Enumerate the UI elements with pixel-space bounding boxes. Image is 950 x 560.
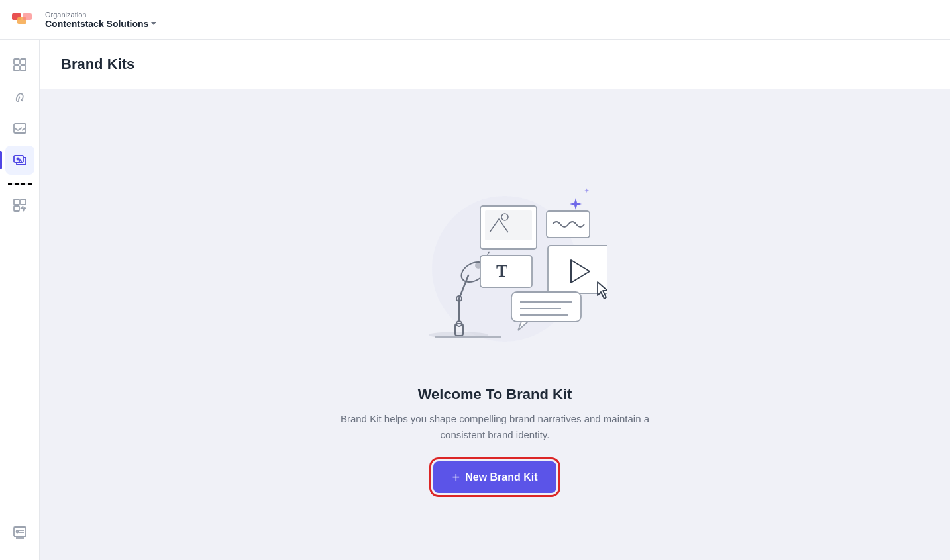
org-label: Organization — [45, 11, 156, 19]
new-brand-kit-label: New Brand Kit — [465, 471, 537, 483]
empty-state-description: Brand Kit helps you shape compelling bra… — [336, 411, 654, 443]
brand-kit-illustration: T — [382, 153, 607, 365]
sidebar-item-dashboard[interactable] — [5, 50, 34, 79]
logo — [11, 8, 34, 32]
svg-rect-41 — [511, 292, 581, 322]
topbar: Organization Contentstack Solutions — [0, 0, 950, 40]
svg-rect-6 — [21, 66, 26, 71]
svg-rect-11 — [14, 199, 19, 205]
sidebar — [0, 40, 40, 560]
svg-rect-33 — [485, 210, 532, 240]
svg-point-10 — [17, 158, 19, 160]
svg-rect-4 — [21, 59, 26, 64]
sidebar-item-settings[interactable] — [5, 518, 34, 547]
svg-point-16 — [16, 531, 18, 533]
sidebar-divider — [8, 183, 32, 185]
empty-state-title: Welcome To Brand Kit — [418, 386, 572, 403]
empty-state: T — [40, 89, 950, 557]
svg-text:T: T — [496, 261, 507, 281]
sidebar-item-extensions[interactable] — [5, 191, 34, 220]
chevron-down-icon — [151, 22, 156, 25]
svg-rect-2 — [23, 13, 32, 20]
svg-rect-13 — [14, 206, 19, 211]
svg-rect-3 — [14, 59, 19, 64]
svg-line-8 — [22, 128, 26, 130]
sidebar-bottom — [5, 518, 34, 549]
sidebar-item-inbox[interactable] — [5, 114, 34, 143]
org-info: Organization Contentstack Solutions — [45, 11, 156, 29]
new-brand-kit-button[interactable]: + New Brand Kit — [433, 461, 556, 493]
page-header: Brand Kits — [40, 40, 950, 89]
content-area: Brand Kits — [40, 40, 950, 560]
svg-rect-5 — [14, 66, 19, 71]
plus-icon: + — [452, 471, 460, 484]
svg-rect-12 — [21, 199, 26, 205]
page-title: Brand Kits — [61, 56, 929, 73]
org-name-dropdown[interactable]: Contentstack Solutions — [45, 19, 156, 29]
sidebar-item-brand[interactable] — [5, 82, 34, 111]
sidebar-item-brandkit[interactable] — [5, 146, 34, 175]
main-layout: Brand Kits — [0, 40, 950, 560]
